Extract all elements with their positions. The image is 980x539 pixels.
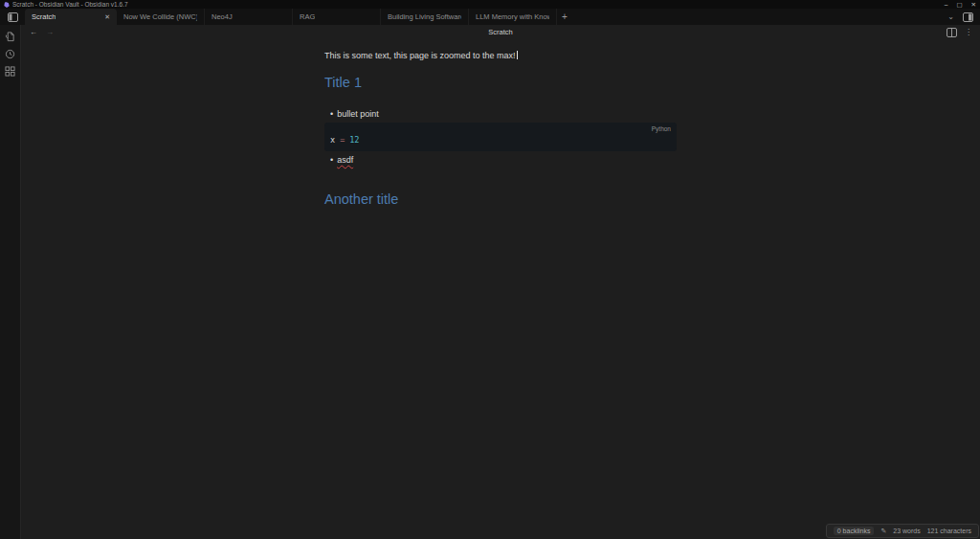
tab-list-chevron-icon[interactable]: ⌄ <box>947 13 954 21</box>
pencil-icon: ✎ <box>880 528 886 535</box>
tab-llm-memory[interactable]: LLM Memory with Knowledge ... <box>469 9 557 25</box>
note-title: Scratch <box>21 28 980 36</box>
note-composer-icon[interactable] <box>5 32 15 42</box>
editor-area[interactable]: This is some text, this page is zoomed t… <box>21 39 980 539</box>
list-item: • bullet point <box>324 108 677 120</box>
tabbar-right-controls: ⌄ <box>947 9 980 25</box>
paragraph-text: This is some text, this page is zoomed t… <box>324 50 677 61</box>
tab-bar: Scratch ✕ Now We Collide (NWC) - ClipL..… <box>0 9 980 25</box>
tab-label: LLM Memory with Knowledge ... <box>476 12 549 21</box>
code-language-label: Python <box>652 125 671 132</box>
backlinks-count[interactable]: 0 backlinks <box>834 527 875 535</box>
code-operator: = <box>340 135 345 145</box>
tab-label: Neo4J <box>212 12 233 21</box>
code-variable: x <box>330 135 335 145</box>
grid-icon[interactable] <box>5 66 15 77</box>
back-arrow-icon[interactable]: ← <box>30 28 37 36</box>
workspace: ← → Scratch ⋮ This is some text, this pa… <box>0 25 980 539</box>
window-title: Scratch - Obsidian Vault - Obsidian v1.6… <box>12 0 128 9</box>
paragraph-span: This is some text, this page is zoomed t… <box>324 51 516 60</box>
tab-label: RAG <box>300 12 315 21</box>
heading-another-title: Another title <box>324 191 677 208</box>
note-content: This is some text, this page is zoomed t… <box>324 50 677 208</box>
list-item: • asdf <box>324 154 677 166</box>
tab-rag[interactable]: RAG <box>293 9 381 25</box>
tab-label: Now We Collide (NWC) - ClipL... <box>123 12 197 21</box>
new-tab-button[interactable]: + <box>557 9 572 25</box>
code-value: 12 <box>349 135 359 145</box>
close-window-button[interactable]: ✕ <box>971 0 976 9</box>
bullet-icon: • <box>330 154 333 166</box>
tab-label: Scratch <box>32 12 56 21</box>
window-controls: – ▢ ✕ <box>945 0 976 9</box>
status-bar: 0 backlinks ✎ 23 words 121 characters <box>826 524 979 538</box>
nav-arrows: ← → <box>30 28 54 36</box>
list-item-text-misspelled: asdf <box>337 154 353 166</box>
obsidian-logo-icon <box>4 2 10 8</box>
tab-scratch[interactable]: Scratch ✕ <box>25 9 117 25</box>
minimize-button[interactable]: – <box>945 0 948 9</box>
code-line: x = 12 <box>330 135 671 145</box>
tab-building-living-software[interactable]: Building Living Software Syste... <box>381 9 469 25</box>
view-header-actions: ⋮ <box>947 28 972 37</box>
word-count[interactable]: 23 words <box>893 528 920 534</box>
view-header: ← → Scratch ⋮ <box>21 25 980 39</box>
maximize-button[interactable]: ▢ <box>956 0 962 9</box>
heading-title-1: Title 1 <box>324 74 677 91</box>
left-ribbon <box>0 25 21 539</box>
reading-view-icon[interactable] <box>947 28 957 37</box>
clock-icon[interactable] <box>5 49 15 59</box>
forward-arrow-icon[interactable]: → <box>46 28 54 36</box>
main-pane: ← → Scratch ⋮ This is some text, this pa… <box>21 25 980 539</box>
window-titlebar: Scratch - Obsidian Vault - Obsidian v1.6… <box>0 0 980 9</box>
tab-now-we-collide[interactable]: Now We Collide (NWC) - ClipL... <box>117 9 205 25</box>
character-count[interactable]: 121 characters <box>927 528 971 534</box>
split-right-icon[interactable] <box>963 12 973 22</box>
more-options-icon[interactable]: ⋮ <box>965 29 972 36</box>
tab-close-icon[interactable]: ✕ <box>104 13 110 21</box>
sidebar-toggle-icon <box>8 12 18 22</box>
text-cursor <box>517 51 518 59</box>
bullet-icon: • <box>330 108 333 120</box>
list-item-text: bullet point <box>337 108 379 120</box>
code-block[interactable]: Python x = 12 <box>324 123 677 151</box>
tab-label: Building Living Software Syste... <box>388 12 461 21</box>
left-sidebar-toggle-button[interactable] <box>0 9 25 25</box>
tab-neo4j[interactable]: Neo4J <box>205 9 293 25</box>
